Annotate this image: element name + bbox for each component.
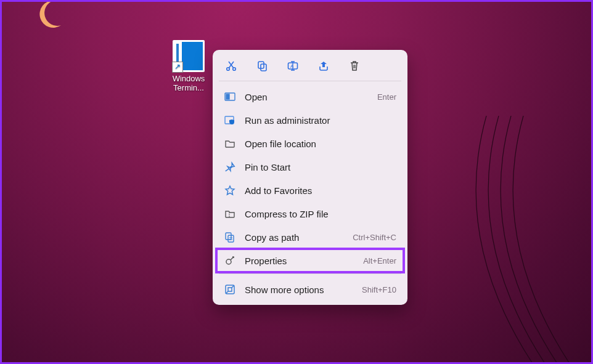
svg-rect-7 xyxy=(226,94,229,99)
menu-divider xyxy=(219,81,401,81)
desktop-shortcut-windows-terminal[interactable]: ↗ Windows Termin... xyxy=(166,40,211,93)
shortcut-label: Windows Termin... xyxy=(166,75,211,93)
menu-shortcut: Alt+Enter xyxy=(363,256,396,265)
menu-item-properties[interactable]: Properties Alt+Enter xyxy=(216,249,404,272)
svg-point-1 xyxy=(233,68,236,71)
svg-text:A: A xyxy=(290,63,294,69)
wallpaper-curves xyxy=(394,116,593,364)
shortcut-icon-image: ↗ xyxy=(173,40,205,72)
menu-shortcut: Ctrl+Shift+C xyxy=(353,233,396,242)
cut-icon xyxy=(225,60,237,72)
properties-icon xyxy=(224,254,236,267)
menu-item-show-more-options[interactable]: Show more options Shift+F10 xyxy=(216,278,404,301)
menu-item-copy-as-path[interactable]: Copy as path Ctrl+Shift+C xyxy=(216,225,404,249)
menu-label: Pin to Start xyxy=(245,162,396,172)
menu-label: Compress to ZIP file xyxy=(245,209,396,219)
menu-item-open[interactable]: Open Enter xyxy=(216,85,404,108)
pin-icon xyxy=(224,161,236,173)
moon-decoration xyxy=(33,0,63,29)
menu-label: Copy as path xyxy=(245,232,344,243)
copy-path-icon xyxy=(224,231,236,243)
cut-button[interactable] xyxy=(224,59,239,73)
context-menu-toolbar: A xyxy=(216,54,404,79)
zip-icon xyxy=(224,208,236,220)
copy-icon xyxy=(256,60,268,72)
menu-divider xyxy=(219,273,401,274)
copy-button[interactable] xyxy=(255,59,269,73)
shortcut-arrow-overlay: ↗ xyxy=(172,62,183,73)
rename-icon: A xyxy=(287,60,299,72)
star-icon xyxy=(224,184,236,196)
menu-label: Properties xyxy=(245,256,354,266)
folder-icon xyxy=(224,137,236,150)
admin-shield-icon xyxy=(224,114,236,126)
open-icon xyxy=(224,91,236,103)
share-button[interactable] xyxy=(316,59,331,73)
menu-label: Add to Favorites xyxy=(245,185,396,196)
menu-shortcut: Enter xyxy=(377,92,396,102)
delete-button[interactable] xyxy=(347,59,362,73)
menu-label: Open xyxy=(245,92,369,102)
menu-item-compress-to-zip[interactable]: Compress to ZIP file xyxy=(216,202,404,225)
menu-item-open-file-location[interactable]: Open file location xyxy=(216,132,404,155)
svg-point-0 xyxy=(227,68,230,71)
more-options-icon xyxy=(224,283,236,296)
share-icon xyxy=(317,60,330,72)
menu-shortcut: Shift+F10 xyxy=(362,285,396,294)
menu-label: Show more options xyxy=(245,285,353,295)
menu-item-add-to-favorites[interactable]: Add to Favorites xyxy=(216,179,404,202)
context-menu: A Open Enter Run as administrator xyxy=(213,50,407,305)
menu-label: Run as administrator xyxy=(245,115,396,126)
svg-point-11 xyxy=(226,259,231,264)
rename-button[interactable]: A xyxy=(285,59,300,73)
delete-icon xyxy=(348,60,361,72)
menu-label: Open file location xyxy=(245,139,396,149)
menu-item-run-as-administrator[interactable]: Run as administrator xyxy=(216,108,404,132)
menu-item-pin-to-start[interactable]: Pin to Start xyxy=(216,155,404,179)
